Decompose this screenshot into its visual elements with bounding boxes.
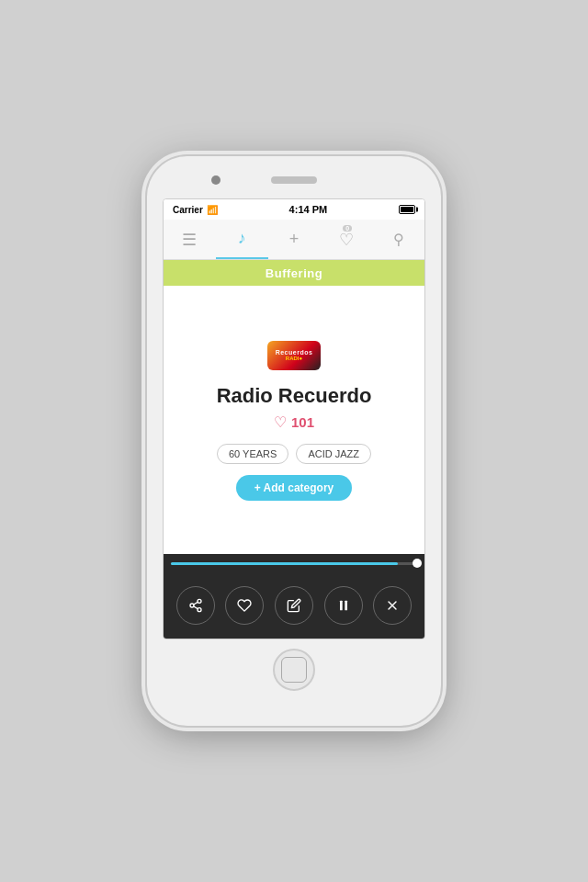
buffering-bar: Buffering bbox=[164, 260, 424, 286]
tab-menu[interactable]: ☰ bbox=[164, 220, 216, 259]
home-button-inner bbox=[281, 657, 307, 683]
speaker-top bbox=[271, 176, 317, 184]
svg-line-4 bbox=[194, 602, 198, 605]
heart-icon: ♡ bbox=[339, 230, 354, 250]
close-icon bbox=[385, 598, 400, 613]
logo-text-line1: Recuerdos bbox=[276, 349, 313, 356]
favorites-badge: 0 bbox=[343, 225, 352, 232]
tab-bar: ☰ ♪ + ♡ 0 ⚲ bbox=[164, 220, 424, 260]
add-category-button[interactable]: + Add category bbox=[236, 475, 353, 501]
status-right bbox=[399, 205, 415, 214]
heart-ctrl-icon bbox=[237, 598, 252, 613]
pause-icon bbox=[336, 598, 351, 613]
pause-button[interactable] bbox=[324, 586, 363, 625]
home-button[interactable] bbox=[273, 649, 315, 691]
logo-text-line2: RADI● bbox=[286, 356, 302, 361]
menu-icon: ☰ bbox=[182, 230, 197, 250]
control-bar bbox=[164, 572, 424, 639]
phone-shell: Carrier 📶 4:14 PM ☰ ♪ + ♡ 0 bbox=[147, 156, 441, 726]
tab-add[interactable]: + bbox=[268, 220, 321, 259]
music-note-icon: ♪ bbox=[238, 229, 246, 248]
tab-favorites[interactable]: ♡ 0 bbox=[320, 220, 372, 259]
battery-icon bbox=[399, 205, 415, 214]
favorite-button[interactable] bbox=[225, 586, 264, 625]
progress-area bbox=[164, 554, 424, 572]
plus-icon: + bbox=[289, 230, 300, 249]
status-left: Carrier 📶 bbox=[173, 205, 218, 215]
pencil-icon bbox=[287, 598, 301, 613]
station-name: Radio Recuerdo bbox=[217, 384, 372, 408]
tab-search[interactable]: ⚲ bbox=[372, 220, 424, 259]
progress-fill bbox=[171, 562, 398, 565]
svg-rect-6 bbox=[345, 601, 347, 611]
search-icon: ⚲ bbox=[393, 231, 404, 248]
svg-rect-5 bbox=[340, 601, 343, 611]
camera-dot bbox=[211, 175, 220, 185]
tag-60-years[interactable]: 60 YEARS bbox=[217, 444, 288, 464]
tags-row: 60 YEARS ACID JAZZ bbox=[217, 444, 371, 464]
share-button[interactable] bbox=[176, 586, 215, 625]
svg-line-3 bbox=[194, 606, 198, 609]
likes-heart-icon: ♡ bbox=[274, 413, 287, 431]
status-time: 4:14 PM bbox=[289, 204, 328, 215]
close-button[interactable] bbox=[373, 586, 412, 625]
progress-thumb bbox=[413, 559, 422, 568]
status-bar: Carrier 📶 4:14 PM bbox=[164, 199, 424, 220]
likes-row: ♡ 101 bbox=[274, 413, 314, 431]
likes-count: 101 bbox=[291, 414, 314, 430]
phone-screen: Carrier 📶 4:14 PM ☰ ♪ + ♡ 0 bbox=[163, 198, 425, 639]
tag-acid-jazz[interactable]: ACID JAZZ bbox=[296, 444, 371, 464]
share-icon bbox=[188, 598, 203, 613]
battery-fill bbox=[401, 207, 413, 212]
edit-button[interactable] bbox=[275, 586, 313, 625]
main-content: Recuerdos RADI● Radio Recuerdo ♡ 101 60 … bbox=[164, 286, 424, 554]
carrier-label: Carrier bbox=[173, 205, 203, 215]
wifi-icon: 📶 bbox=[207, 205, 218, 215]
logo-badge: Recuerdos RADI● bbox=[267, 341, 321, 370]
phone-top-bar bbox=[147, 167, 441, 193]
buffering-text: Buffering bbox=[266, 266, 322, 280]
station-logo: Recuerdos RADI● bbox=[266, 339, 322, 371]
tab-music[interactable]: ♪ bbox=[216, 220, 268, 259]
progress-track[interactable] bbox=[171, 562, 417, 565]
